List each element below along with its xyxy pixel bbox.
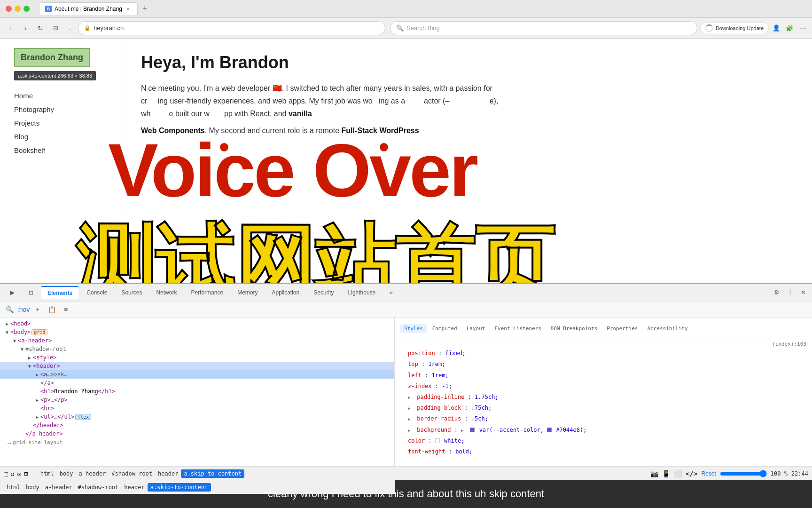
tab-favicon: B bbox=[45, 6, 52, 12]
window-icon[interactable]: ⊞ bbox=[24, 470, 28, 477]
styles-filter-icon[interactable]: 🔍 bbox=[4, 304, 15, 315]
zoom-slider[interactable] bbox=[720, 470, 767, 477]
element-header-close[interactable]: </header> bbox=[0, 421, 394, 429]
devtools-code-icon[interactable]: </> bbox=[686, 470, 697, 477]
skip-link-indicator: a.skip-to-content 266.63 × 38.83 bbox=[14, 71, 96, 80]
devtools-layout-icon[interactable]: ⬜ bbox=[674, 470, 682, 477]
more-style-icon[interactable]: ≡ bbox=[60, 304, 71, 315]
tab-title: About me | Brandon Zhang bbox=[55, 6, 122, 12]
expand-icon bbox=[26, 423, 33, 428]
element-ul[interactable]: ▶ <ul> … </ul> flex bbox=[0, 413, 394, 421]
nav-item-photography[interactable]: Photography bbox=[14, 103, 108, 116]
style-prop-position: position : fixed; bbox=[400, 348, 806, 359]
undo-icon[interactable]: ↺ bbox=[10, 470, 14, 477]
nav-item-bookshelf[interactable]: Bookshelf bbox=[14, 143, 108, 157]
expand-triangle-icon: ▶ bbox=[408, 427, 414, 434]
mail-icon[interactable]: ✉ bbox=[17, 470, 21, 477]
tab-security[interactable]: Security bbox=[307, 286, 340, 299]
sp-tab-event-listeners[interactable]: Event Listeners bbox=[491, 324, 545, 333]
devtools-more-icon[interactable]: ⋮ bbox=[785, 287, 795, 298]
tab-elements[interactable]: Elements bbox=[41, 286, 79, 299]
profile-icon[interactable]: 👤 bbox=[771, 23, 782, 34]
tab-more[interactable]: » bbox=[383, 286, 399, 299]
breadcrumb-a-header-2[interactable]: a-header bbox=[76, 469, 109, 478]
reset-button[interactable]: Reset bbox=[701, 470, 716, 477]
element-body[interactable]: ▼ <body> grid bbox=[0, 328, 394, 336]
expand-icon: ▶ bbox=[34, 414, 40, 420]
breadcrumb-a-skip-2[interactable]: a.skip-to-content bbox=[181, 469, 244, 478]
browser-window: B About me | Brandon Zhang × + ‹ › ↻ ⊟ ≡… bbox=[0, 0, 812, 508]
extensions-icon[interactable]: 🧩 bbox=[784, 23, 795, 34]
sp-tab-styles[interactable]: Styles bbox=[400, 324, 427, 333]
expand-triangle-icon: ▶ bbox=[408, 405, 414, 412]
element-more[interactable]: … grid-site-layout bbox=[0, 438, 394, 446]
site-sidebar: Brandon Zhang a.skip-to-content 266.63 ×… bbox=[0, 39, 122, 283]
back-button[interactable]: ‹ bbox=[4, 22, 17, 35]
tab-memory[interactable]: Memory bbox=[231, 286, 264, 299]
sp-tab-properties[interactable]: Properties bbox=[603, 324, 641, 333]
new-style-rule-icon[interactable]: + bbox=[32, 304, 43, 315]
close-button[interactable] bbox=[6, 6, 12, 12]
copy-style-icon[interactable]: 📋 bbox=[46, 304, 57, 315]
styles-panel-tabs: Styles Computed Layout Event Listeners D… bbox=[400, 321, 806, 336]
devtools-mobile-icon[interactable]: 📱 bbox=[662, 470, 670, 477]
nav-list: Home Photography Projects Blog Bookshelf bbox=[14, 89, 108, 157]
browser-tab[interactable]: B About me | Brandon Zhang × bbox=[39, 2, 138, 15]
breadcrumb-html-2[interactable]: html bbox=[38, 469, 57, 478]
expand-icon: ▶ bbox=[461, 427, 467, 434]
expand-icon: ▶ bbox=[26, 355, 33, 360]
nav-item-projects[interactable]: Projects bbox=[14, 116, 108, 130]
styles-panel: Styles Computed Layout Event Listeners D… bbox=[395, 318, 812, 466]
element-head[interactable]: ▶ <head> bbox=[0, 319, 394, 328]
webpage: Brandon Zhang a.skip-to-content 266.63 ×… bbox=[0, 39, 812, 283]
tab-sources[interactable]: Sources bbox=[115, 286, 148, 299]
settings-icon[interactable]: ⋯ bbox=[797, 23, 808, 34]
tab-lighthouse[interactable]: Lighthouse bbox=[342, 286, 383, 299]
sidebar-toggle-button[interactable]: ⊟ bbox=[50, 23, 61, 34]
devtools-close-icon[interactable]: ✕ bbox=[798, 287, 808, 298]
devtools-inspect-button[interactable]: ◻ bbox=[22, 286, 40, 299]
sp-tab-layout[interactable]: Layout bbox=[463, 324, 489, 333]
element-a-header[interactable]: ▼ <a-header> bbox=[0, 336, 394, 345]
search-bar[interactable]: 🔍 Search Bing bbox=[390, 21, 697, 35]
breadcrumb-header-2[interactable]: header bbox=[155, 469, 181, 478]
element-state-icon[interactable]: :hov bbox=[18, 304, 29, 315]
element-h1[interactable]: <h1> Brandon Zhang </h1> bbox=[0, 387, 394, 396]
element-shadow-root[interactable]: ▼ #shadow-root bbox=[0, 345, 394, 353]
search-icon: 🔍 bbox=[396, 24, 404, 32]
nav-item-home[interactable]: Home bbox=[14, 89, 108, 103]
tab-performance[interactable]: Performance bbox=[184, 286, 230, 299]
maximize-button[interactable] bbox=[23, 6, 30, 12]
breadcrumb-body-2[interactable]: body bbox=[57, 469, 76, 478]
address-bar[interactable]: 🔒 heybran.cn bbox=[78, 21, 385, 35]
tab-application[interactable]: Application bbox=[265, 286, 306, 299]
sp-tab-accessibility[interactable]: Accessibility bbox=[643, 324, 691, 333]
element-hr[interactable]: <hr> bbox=[0, 404, 394, 413]
element-style[interactable]: ▶ <style> bbox=[0, 353, 394, 362]
element-a-header-close[interactable]: </a-header> bbox=[0, 429, 394, 438]
refresh-button[interactable]: ↻ bbox=[34, 22, 47, 35]
breadcrumb-shadow-root-2[interactable]: #shadow-root bbox=[109, 469, 155, 478]
minimize-button[interactable] bbox=[15, 6, 21, 12]
sp-tab-computed[interactable]: Computed bbox=[429, 324, 461, 333]
style-prop-padding-block: ▶ padding-block : .75ch; bbox=[400, 403, 806, 413]
tab-console[interactable]: Console bbox=[80, 286, 114, 299]
devtools-toolbar-icons: ⚙ ⋮ ✕ bbox=[772, 287, 808, 298]
new-tab-button[interactable]: + bbox=[141, 4, 149, 14]
tab-network[interactable]: Network bbox=[149, 286, 183, 299]
refresh-icon: ↻ bbox=[38, 24, 43, 32]
intro-text: Nice meeting you. I'm a web developer 🇨🇳… bbox=[141, 82, 517, 120]
devtools-settings-icon[interactable]: ⚙ bbox=[772, 287, 782, 298]
reader-view-button[interactable]: ≡ bbox=[64, 23, 75, 34]
nav-item-blog[interactable]: Blog bbox=[14, 130, 108, 143]
element-p[interactable]: ▶ <p> … </p> bbox=[0, 396, 394, 404]
sp-tab-dom-breakpoints[interactable]: DOM Breakpoints bbox=[547, 324, 601, 333]
element-a-link[interactable]: ▶ <a … > >sk… bbox=[0, 370, 394, 379]
tab-close-button[interactable]: × bbox=[125, 6, 132, 12]
devtools-screenshot-icon[interactable]: 📷 bbox=[650, 470, 658, 477]
devtools-cursor-button[interactable]: ▶ bbox=[4, 286, 21, 299]
forward-button[interactable]: › bbox=[19, 22, 32, 35]
element-a-close[interactable]: </a> bbox=[0, 379, 394, 387]
element-header[interactable]: ▼ <header> bbox=[0, 362, 394, 370]
screen-capture-icon[interactable]: ⬚ bbox=[4, 470, 8, 477]
